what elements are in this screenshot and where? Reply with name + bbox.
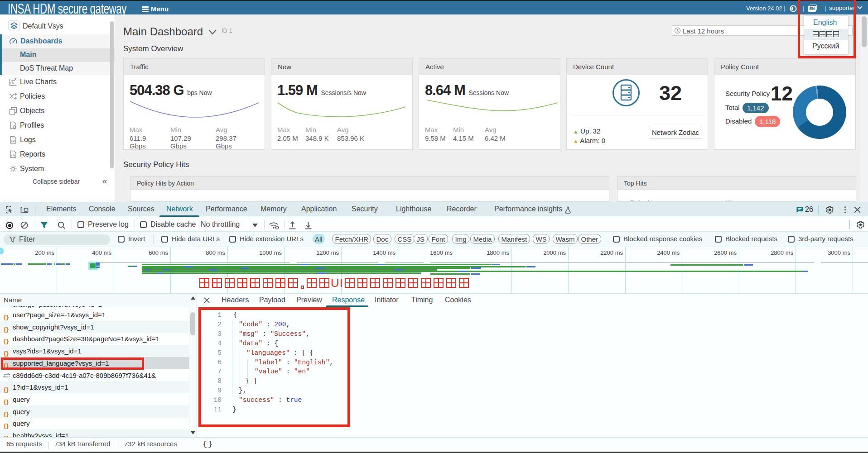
svg-text:LOG: LOG [11, 139, 16, 142]
